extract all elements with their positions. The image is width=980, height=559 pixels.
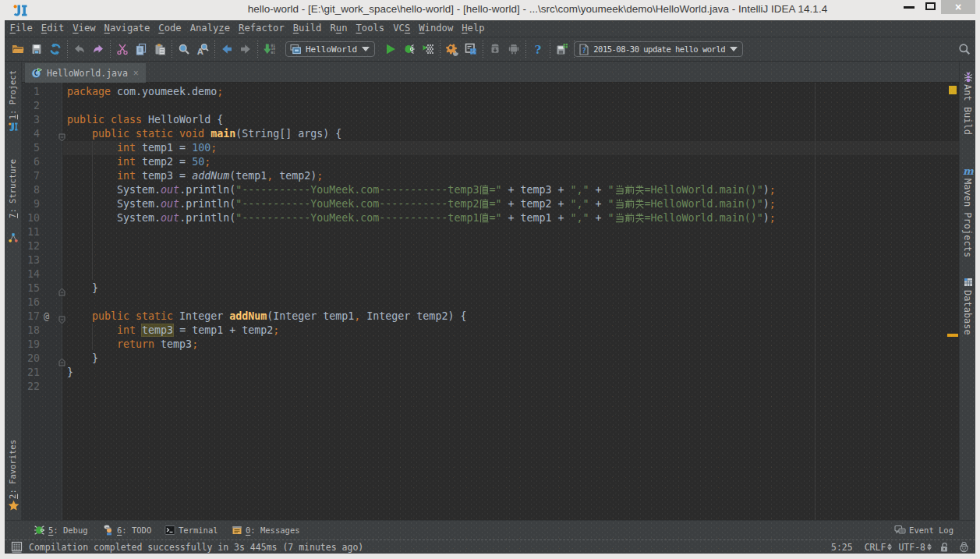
todo-toolwindow-icon: = <box>103 525 117 536</box>
database-icon[interactable] <box>963 277 974 288</box>
menu-file[interactable]: File <box>5 20 37 37</box>
encoding-widget[interactable]: UTF-8 <box>898 542 932 553</box>
code-token-str: "-----------YouMeek.com-----------temp1=… <box>235 212 501 224</box>
toolwindow-button-debug[interactable]: 5: Debug <box>34 525 88 536</box>
code-line-10: System.out.println("-----------YouMeek.c… <box>67 211 776 225</box>
line-separator-widget[interactable]: CRLF <box>865 542 893 553</box>
error-stripe-mark[interactable] <box>947 334 958 337</box>
settings-button[interactable] <box>443 40 462 58</box>
menu-analyze[interactable]: Analyze <box>186 20 234 37</box>
paste-button[interactable] <box>150 40 169 58</box>
stripe-button-favorites[interactable]: 2: Favorites <box>8 440 17 499</box>
fold-marker-up[interactable] <box>58 355 65 370</box>
android-monitor-icon <box>508 43 520 55</box>
run-button[interactable] <box>381 40 400 58</box>
line-number: 13 <box>22 253 40 267</box>
toggle-toolwindows-icon[interactable] <box>11 541 23 553</box>
vcs-changelist-combobox[interactable]: ?2015-08-30 update hello world <box>574 41 743 57</box>
stripe-button-structure[interactable]: 7: Structure <box>8 159 17 218</box>
menu-view[interactable]: View <box>69 20 100 37</box>
code-token-str: "," <box>570 212 589 224</box>
lock-icon[interactable] <box>939 542 950 553</box>
ide-content: FileEditViewNavigateCodeAnalyzeRefactorB… <box>5 20 975 554</box>
line-number: 6 <box>22 155 40 169</box>
find-button[interactable] <box>175 40 193 58</box>
maven-icon[interactable]: m <box>963 165 974 176</box>
menu-navigate[interactable]: Navigate <box>100 20 154 37</box>
menu-run[interactable]: Run <box>326 20 352 37</box>
project-toolwindow-icon[interactable] <box>8 122 19 133</box>
undo-icon <box>73 43 86 55</box>
tab-helloworld-java[interactable]: C HelloWorld.java × <box>25 63 146 83</box>
toolbar-separator <box>110 41 111 58</box>
menu-tools[interactable]: Tools <box>352 20 389 37</box>
toolbar-separator <box>483 41 483 58</box>
maximize-button[interactable] <box>922 0 939 13</box>
update-project-button[interactable]: 011001 <box>260 40 279 58</box>
cut-icon <box>116 43 129 55</box>
project-structure-button[interactable] <box>462 40 480 58</box>
code-token-pl: (Integer temp1 <box>267 310 354 322</box>
code-token-meth: addNum <box>229 310 267 322</box>
close-button[interactable]: × <box>941 0 975 14</box>
cut-button[interactable] <box>113 40 132 58</box>
copy-button[interactable] <box>132 40 150 58</box>
fold-marker-up[interactable] <box>58 285 65 299</box>
menu-build[interactable]: Build <box>288 20 326 37</box>
title-bar: hello-world - [E:\git_work_space\hello-w… <box>0 0 980 20</box>
structure-toolwindow-icon[interactable] <box>8 232 19 243</box>
menu-vcs[interactable]: VCS <box>389 20 415 37</box>
stripe-button-ant-build[interactable]: Ant Build <box>962 84 973 135</box>
inspection-status-indicator[interactable] <box>949 86 957 94</box>
code-token-semi: ; <box>211 142 217 154</box>
forward-button[interactable] <box>236 40 255 58</box>
line-number: 14 <box>22 267 40 281</box>
toolwindow-button-event-log[interactable]: Event Log <box>894 525 953 536</box>
sync-android-button[interactable] <box>486 40 504 58</box>
commit-button[interactable] <box>553 40 571 58</box>
search-everywhere-button[interactable] <box>955 40 974 58</box>
code-token-kw: int <box>117 170 136 182</box>
ant-icon[interactable] <box>963 72 974 83</box>
code-token-pl: ) <box>763 198 769 210</box>
code-token-semi: ; <box>217 86 223 97</box>
code-editor[interactable]: 1package com.youmeek.demo;23public class… <box>22 83 959 520</box>
stripe-button-database[interactable]: Database <box>962 290 973 335</box>
code-token-pl: .println( <box>179 198 235 210</box>
fold-marker-down[interactable] <box>58 313 65 327</box>
android-monitor-button[interactable] <box>504 40 523 58</box>
minimize-button[interactable] <box>900 0 921 13</box>
replace-button[interactable]: A <box>193 40 212 58</box>
open-folder-button[interactable] <box>9 40 27 58</box>
menu-edit[interactable]: Edit <box>37 20 68 37</box>
stripe-button-project[interactable]: 1: Project <box>8 70 17 119</box>
code-token-pl: System. <box>67 198 161 210</box>
hector-inspections-icon[interactable] <box>958 541 970 553</box>
synchronize-button[interactable] <box>46 40 65 58</box>
coverage-button[interactable] <box>419 40 437 58</box>
back-button[interactable] <box>218 40 236 58</box>
caret-position-widget[interactable]: 5:25 <box>831 542 853 553</box>
run-config-combobox[interactable]: HelloWorld <box>285 41 375 57</box>
tab-close-icon[interactable]: × <box>133 68 139 79</box>
menu-refactor[interactable]: Refactor <box>235 20 289 37</box>
favorites-star-icon[interactable] <box>8 500 19 511</box>
cjk-char <box>635 185 645 195</box>
save-all-button[interactable] <box>27 40 46 58</box>
code-token-meth: main <box>211 128 235 140</box>
toolwindow-button-terminal[interactable]: Terminal <box>165 525 218 536</box>
stripe-button-maven-projects[interactable]: Maven Projects <box>962 179 973 257</box>
menu-help[interactable]: Help <box>458 20 489 37</box>
menu-code[interactable]: Code <box>154 20 186 37</box>
toolwindow-button-messages[interactable]: 0: Messages <box>232 525 300 536</box>
help-button[interactable]: ? <box>529 40 547 58</box>
annotation-gutter-icon[interactable]: @ <box>44 310 49 324</box>
debug-button[interactable] <box>400 40 419 58</box>
undo-button[interactable] <box>70 40 89 58</box>
toolwindow-button-todo[interactable]: =6: TODO <box>103 525 151 536</box>
menu-window[interactable]: Window <box>415 20 458 37</box>
redo-button[interactable] <box>89 40 108 58</box>
save-all-icon <box>30 43 43 55</box>
fold-marker-down[interactable] <box>58 130 65 145</box>
line-number: 7 <box>22 169 40 183</box>
